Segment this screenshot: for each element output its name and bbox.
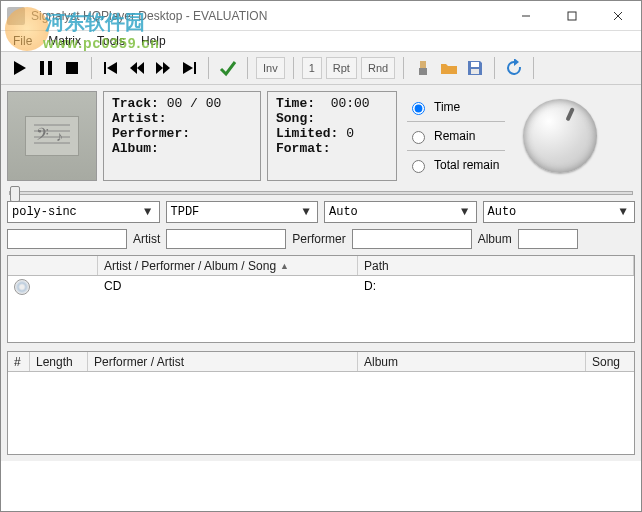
toolbar-separator — [403, 57, 404, 79]
track-label: Track: — [112, 96, 159, 111]
pause-button[interactable] — [35, 57, 57, 79]
repeat-button[interactable]: Rpt — [326, 57, 357, 79]
next-track-button[interactable] — [178, 57, 200, 79]
search-performer-input[interactable] — [352, 229, 472, 249]
search-artist-label: Artist — [131, 232, 162, 246]
svg-marker-4 — [14, 61, 26, 75]
tree-row-main: CD — [98, 277, 358, 297]
svg-marker-10 — [130, 62, 137, 74]
search-field-1[interactable] — [7, 229, 127, 249]
tree-header: Artist / Performer / Album / Song▲ Path — [8, 256, 634, 276]
filter-combo[interactable]: poly-sinc▼ — [7, 201, 160, 223]
search-performer-label: Performer — [290, 232, 347, 246]
toolbar: Inv 1 Rpt Rnd — [1, 51, 641, 85]
refresh-button[interactable] — [503, 57, 525, 79]
invert-button[interactable]: Inv — [256, 57, 285, 79]
menu-file[interactable]: File — [5, 32, 40, 50]
dither-value: TPDF — [171, 205, 300, 219]
radio-time-input[interactable] — [412, 102, 425, 115]
radio-remain-label: Remain — [434, 129, 475, 143]
song-label: Song: — [276, 111, 315, 126]
apply-button[interactable] — [217, 57, 239, 79]
limited-label: Limited: — [276, 126, 338, 141]
tree-col-main-label: Artist / Performer / Album / Song — [104, 259, 276, 273]
folder-open-icon — [440, 59, 458, 77]
radio-remain[interactable]: Remain — [407, 128, 505, 144]
toolbar-separator — [208, 57, 209, 79]
svg-text:♪: ♪ — [56, 128, 63, 144]
playlist-col-song[interactable]: Song — [586, 352, 634, 371]
tree-col-path[interactable]: Path — [358, 256, 634, 275]
close-button[interactable] — [595, 1, 641, 31]
radio-total-remain[interactable]: Total remain — [407, 157, 505, 173]
playlist-col-performer[interactable]: Performer / Artist — [88, 352, 358, 371]
menu-tools[interactable]: Tools — [89, 32, 133, 50]
cover-placeholder-icon: 𝄢♪ — [25, 116, 79, 156]
prev-track-button[interactable] — [100, 57, 122, 79]
playlist-col-no[interactable]: # — [8, 352, 30, 371]
time-value: 00:00 — [331, 96, 370, 111]
radio-remain-input[interactable] — [412, 131, 425, 144]
toolbar-separator — [533, 57, 534, 79]
tree-row-cd[interactable]: CD D: — [8, 276, 634, 298]
artist-label: Artist: — [112, 111, 167, 126]
mode-number-button[interactable]: 1 — [302, 57, 322, 79]
time-label: Time: — [276, 96, 315, 111]
clef-note-icon: 𝄢♪ — [30, 121, 74, 151]
chevron-down-icon: ▼ — [458, 205, 472, 219]
cd-icon — [14, 279, 30, 295]
maximize-icon — [567, 11, 577, 21]
rewind-button[interactable] — [126, 57, 148, 79]
maximize-button[interactable] — [549, 1, 595, 31]
mode-value: Auto — [488, 205, 617, 219]
radio-total-remain-label: Total remain — [434, 158, 499, 172]
menu-matrix[interactable]: Matrix — [40, 32, 89, 50]
save-button[interactable] — [464, 57, 486, 79]
search-album-label: Album — [476, 232, 514, 246]
play-button[interactable] — [9, 57, 31, 79]
open-button[interactable] — [438, 57, 460, 79]
format-label: Format: — [276, 141, 331, 156]
stop-button[interactable] — [61, 57, 83, 79]
time-mode-radios: Time Remain Total remain — [403, 91, 509, 181]
svg-marker-12 — [156, 62, 163, 74]
random-button[interactable]: Rnd — [361, 57, 395, 79]
progress-slider[interactable] — [9, 191, 633, 195]
svg-rect-19 — [471, 69, 479, 74]
tree-col-main[interactable]: Artist / Performer / Album / Song▲ — [98, 256, 358, 275]
minimize-icon — [521, 11, 531, 21]
tree-col-blank[interactable] — [8, 256, 98, 275]
toolbar-separator — [494, 57, 495, 79]
svg-rect-18 — [471, 62, 479, 67]
svg-marker-13 — [163, 62, 170, 74]
radio-time[interactable]: Time — [407, 99, 505, 115]
sort-asc-icon: ▲ — [280, 261, 289, 271]
minimize-button[interactable] — [503, 1, 549, 31]
playlist-table[interactable]: # Length Performer / Artist Album Song — [7, 351, 635, 455]
pause-icon — [37, 59, 55, 77]
volume-dial-icon — [523, 99, 597, 173]
time-info-panel: Time: 00:00 Song: Limited: 0 Format: — [267, 91, 397, 181]
forward-button[interactable] — [152, 57, 174, 79]
library-tree[interactable]: Artist / Performer / Album / Song▲ Path … — [7, 255, 635, 343]
chevron-down-icon: ▼ — [616, 205, 630, 219]
rewind-icon — [128, 59, 146, 77]
radio-total-remain-input[interactable] — [412, 160, 425, 173]
track-value: 00 / 00 — [167, 96, 222, 111]
chevron-down-icon: ▼ — [299, 205, 313, 219]
playlist-col-album[interactable]: Album — [358, 352, 586, 371]
search-album-input[interactable] — [518, 229, 578, 249]
main-area: 𝄢♪ Track: 00 / 00 Artist: Performer: Alb… — [1, 85, 641, 461]
clear-button[interactable] — [412, 57, 434, 79]
mode-combo[interactable]: Auto▼ — [483, 201, 636, 223]
playlist-col-length[interactable]: Length — [30, 352, 88, 371]
progress-thumb[interactable] — [10, 186, 20, 202]
dither-combo[interactable]: TPDF▼ — [166, 201, 319, 223]
svg-rect-7 — [66, 62, 78, 74]
rate-combo[interactable]: Auto▼ — [324, 201, 477, 223]
menu-help[interactable]: Help — [133, 32, 174, 50]
volume-knob[interactable] — [515, 91, 605, 181]
filter-value: poly-sinc — [12, 205, 141, 219]
svg-rect-5 — [40, 61, 44, 75]
search-artist-input[interactable] — [166, 229, 286, 249]
